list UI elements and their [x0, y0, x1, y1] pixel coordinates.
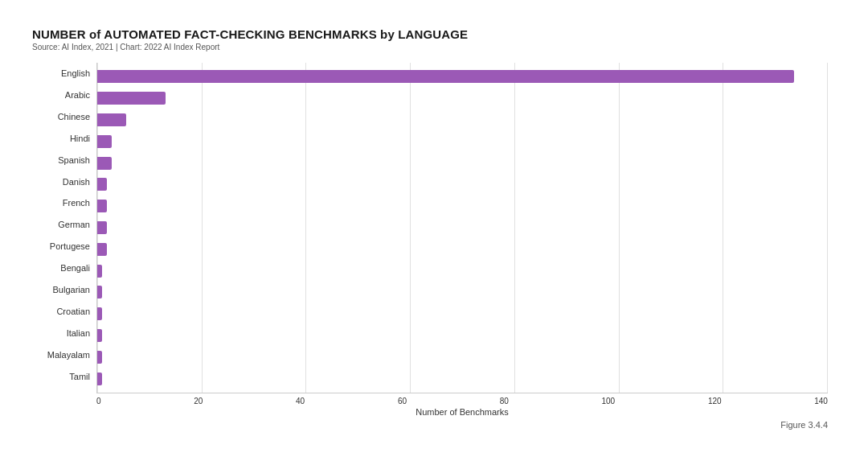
- bar-row: [97, 196, 828, 217]
- bar: [97, 265, 102, 278]
- y-label: Bulgarian: [32, 286, 90, 294]
- y-label: Malayalam: [32, 351, 90, 360]
- y-label: Hindi: [32, 134, 90, 143]
- y-labels: EnglishArabicChineseHindiSpanishDanishFr…: [32, 63, 96, 417]
- bar-row: [97, 346, 828, 368]
- bar: [97, 243, 107, 256]
- x-tick: 0: [96, 397, 101, 406]
- y-label: Bengali: [32, 264, 90, 273]
- bar: [97, 373, 102, 385]
- bar-row: [97, 368, 828, 389]
- bar-row: [97, 303, 828, 325]
- y-label: Danish: [32, 178, 90, 187]
- y-label: Tamil: [32, 373, 90, 381]
- y-label: French: [32, 199, 90, 208]
- x-tick: 60: [398, 397, 407, 406]
- chart-title: NUMBER of AUTOMATED FACT-CHECKING BENCHM…: [32, 27, 828, 41]
- bar: [97, 135, 112, 148]
- x-axis: 020406080100120140: [96, 397, 828, 406]
- plot-area: 020406080100120140 Number of Benchmarks: [96, 63, 828, 417]
- bar-row: [97, 88, 828, 109]
- x-tick: 40: [296, 397, 305, 406]
- chart-container: NUMBER of AUTOMATED FACT-CHECKING BENCHM…: [16, 11, 852, 446]
- bar: [97, 92, 166, 105]
- bar: [97, 178, 107, 191]
- figure-label: Figure 3.4.4: [32, 420, 828, 430]
- chart-area: EnglishArabicChineseHindiSpanishDanishFr…: [32, 63, 828, 417]
- bar-row: [97, 282, 828, 303]
- y-label: Croatian: [32, 307, 90, 316]
- bar: [97, 70, 794, 83]
- y-label: Portugese: [32, 242, 90, 251]
- y-label: Chinese: [32, 113, 90, 121]
- x-tick: 20: [194, 397, 203, 406]
- y-label: English: [32, 69, 90, 78]
- y-label: Arabic: [32, 91, 90, 100]
- bar: [97, 329, 102, 342]
- bars-container: [97, 63, 828, 393]
- bar-row: [97, 217, 828, 239]
- bars-and-grid: [96, 63, 828, 393]
- bar: [97, 307, 102, 320]
- bar-row: [97, 152, 828, 174]
- x-axis-label: Number of Benchmarks: [96, 407, 828, 417]
- y-label: Italian: [32, 329, 90, 338]
- bar-row: [97, 325, 828, 347]
- x-tick: 80: [500, 397, 509, 406]
- bar: [97, 113, 126, 126]
- bar: [97, 351, 102, 364]
- bar: [97, 157, 112, 170]
- bar: [97, 221, 107, 234]
- bar-row: [97, 130, 828, 152]
- bar-row: [97, 109, 828, 131]
- x-tick: 100: [602, 397, 616, 406]
- x-tick: 140: [814, 397, 828, 406]
- bar-row: [97, 238, 828, 260]
- x-tick: 120: [708, 397, 722, 406]
- chart-source: Source: AI Index, 2021 | Chart: 2022 AI …: [32, 43, 828, 51]
- bar-row: [97, 174, 828, 196]
- bar-row: [97, 260, 828, 282]
- y-label: Spanish: [32, 156, 90, 165]
- bar: [97, 286, 102, 298]
- y-label: German: [32, 220, 90, 229]
- bar: [97, 200, 107, 212]
- bar-row: [97, 66, 828, 88]
